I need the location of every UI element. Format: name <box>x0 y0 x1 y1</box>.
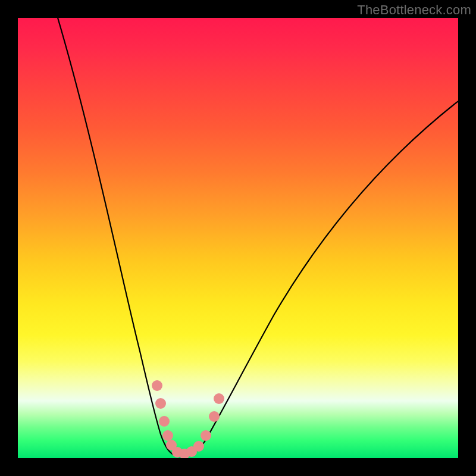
svg-point-10 <box>209 411 220 422</box>
chart-area <box>18 18 458 458</box>
svg-point-8 <box>193 441 204 452</box>
bottleneck-plot <box>18 18 458 458</box>
svg-point-9 <box>201 430 211 441</box>
marker-dots <box>152 380 224 458</box>
bottleneck-curve-line <box>51 18 458 456</box>
watermark-label: TheBottleneck.com <box>357 2 471 18</box>
svg-point-0 <box>152 380 162 391</box>
svg-point-2 <box>159 416 170 427</box>
svg-point-11 <box>214 393 224 404</box>
svg-point-3 <box>162 430 173 441</box>
svg-point-1 <box>155 398 166 409</box>
